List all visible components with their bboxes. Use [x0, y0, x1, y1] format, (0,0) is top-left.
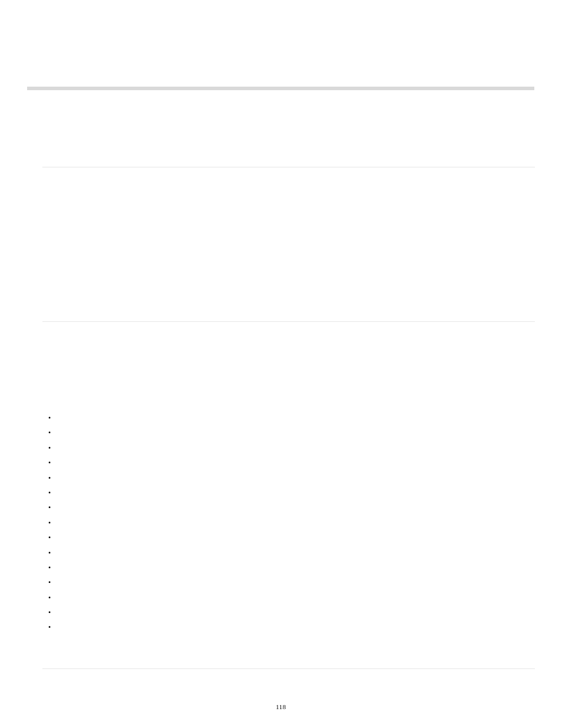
list-item: [48, 471, 59, 486]
horizontal-rule: [42, 167, 535, 167]
list-item: [48, 575, 59, 590]
list-item: [48, 441, 59, 456]
document-page: 118: [0, 0, 562, 728]
list-item: [48, 456, 59, 470]
list-item: [48, 620, 59, 635]
list-item: [48, 546, 59, 561]
list-item: [48, 411, 59, 426]
list-item: [48, 561, 59, 575]
bullet-list: [48, 411, 59, 635]
list-item: [48, 591, 59, 605]
list-item: [48, 516, 59, 531]
list-item: [48, 605, 59, 620]
horizontal-rule: [42, 668, 535, 669]
page-number: 118: [0, 703, 562, 710]
horizontal-rule-thick: [27, 87, 534, 90]
list-item: [48, 500, 59, 515]
list-item: [48, 426, 59, 440]
list-item: [48, 531, 59, 545]
list-item: [48, 486, 59, 500]
horizontal-rule: [42, 321, 535, 322]
